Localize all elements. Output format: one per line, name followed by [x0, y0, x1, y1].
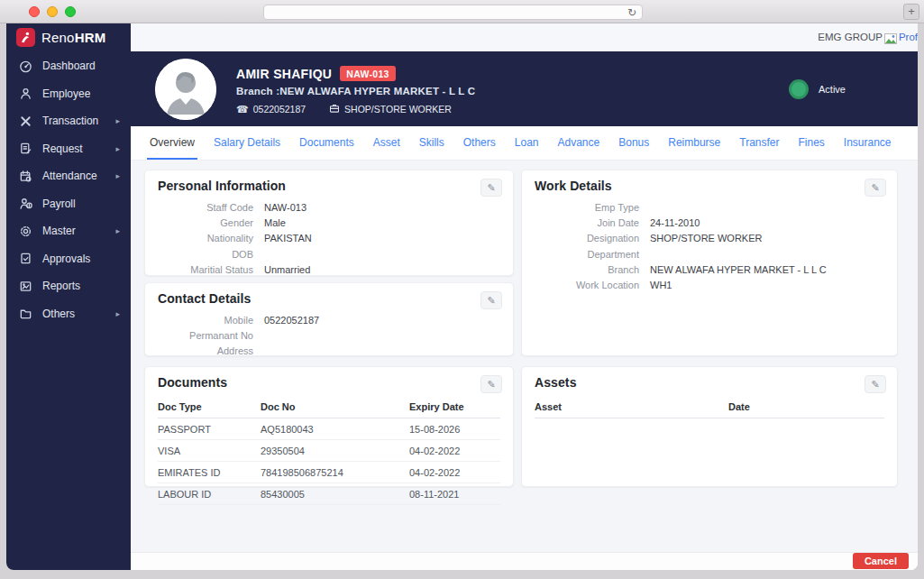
app-topbar: EMG GROUP Prof	[131, 23, 918, 51]
tab-reimburse[interactable]: Reimburse	[665, 126, 723, 160]
table-row: VISA2935050404-02-2022	[158, 440, 500, 462]
tab-asset[interactable]: Asset	[371, 126, 403, 160]
staff-code-badge: NAW-013	[340, 66, 395, 81]
reload-icon[interactable]: ↻	[627, 7, 636, 18]
tab-bar: Overview Salary Details Documents Asset …	[131, 126, 918, 161]
broken-image-icon	[884, 32, 897, 42]
window-minimize-button[interactable]	[47, 6, 58, 17]
card-title: Assets	[535, 375, 577, 390]
tab-documents[interactable]: Documents	[297, 126, 357, 160]
profile-link[interactable]: Prof	[899, 32, 918, 42]
employee-branch: Branch :NEW ALWAFA HYPER MARKET - L L C	[236, 86, 475, 96]
employee-header: AMIR SHAFIQU NAW-013 Branch :NEW ALWAFA …	[131, 51, 918, 126]
employee-icon	[18, 87, 32, 101]
tab-salary-details[interactable]: Salary Details	[211, 126, 283, 160]
company-name: EMG GROUP	[818, 32, 883, 42]
edit-icon[interactable]: ✎	[480, 179, 502, 197]
tab-others[interactable]: Others	[461, 126, 499, 160]
sidebar-item-attendance[interactable]: Attendance ▸	[6, 162, 131, 190]
chevron-right-icon: ▸	[115, 226, 120, 235]
browser-titlebar: ↻ +	[0, 0, 924, 23]
brand[interactable]: RenoHRM	[6, 23, 131, 51]
field-row: Address	[158, 344, 500, 359]
window-close-button[interactable]	[29, 6, 40, 17]
tab-bonus[interactable]: Bonus	[616, 126, 652, 160]
chevron-right-icon: ▸	[115, 309, 120, 318]
sidebar-item-dashboard[interactable]: Dashboard	[6, 52, 131, 80]
edit-icon[interactable]: ✎	[865, 179, 886, 197]
table-row: LABOUR ID8543000508-11-2021	[158, 483, 500, 505]
employee-designation: SHOP/STORE WORKER	[329, 103, 452, 115]
edit-icon[interactable]: ✎	[480, 291, 502, 309]
brand-name: RenoHRM	[41, 30, 105, 45]
app-window: RenoHRM Dashboard Employee Transaction ▸…	[6, 23, 918, 570]
sidebar-item-others[interactable]: Others ▸	[6, 300, 131, 328]
employee-name: AMIR SHAFIQU	[236, 67, 332, 81]
sidebar-item-employee[interactable]: Employee	[6, 80, 131, 108]
tab-loan[interactable]: Loan	[512, 126, 542, 160]
sidebar-item-request[interactable]: Request ▸	[6, 135, 131, 163]
field-row: Mobile0522052187	[158, 313, 500, 328]
chevron-right-icon: ▸	[115, 116, 120, 125]
card-title: Contact Details	[158, 291, 251, 306]
folder-icon	[18, 307, 32, 321]
documents-table: Doc Type Doc No Expiry Date PASSPORTAQ51…	[158, 399, 500, 505]
card-title: Personal Information	[158, 179, 286, 193]
avatar	[155, 59, 216, 120]
edit-icon[interactable]: ✎	[480, 375, 502, 393]
tab-skills[interactable]: Skills	[416, 126, 447, 160]
field-row: BranchNEW ALWAFA HYPER MARKET - L L C	[535, 262, 884, 278]
status-label: Active	[819, 84, 846, 95]
sidebar-item-approvals[interactable]: Approvals	[6, 245, 131, 273]
cancel-button[interactable]: Cancel	[853, 553, 909, 569]
chevron-right-icon: ▸	[115, 171, 120, 180]
phone-icon: ☎	[236, 105, 249, 115]
edit-icon[interactable]: ✎	[865, 375, 886, 393]
request-icon	[18, 142, 32, 156]
status-badge: Active	[789, 79, 846, 99]
assets-card: Assets ✎ Asset Date	[521, 366, 898, 487]
field-row: DOB	[158, 247, 500, 262]
tab-overview[interactable]: Overview	[147, 126, 197, 160]
work-details-card: Work Details ✎ Emp Type Join Date24-11-2…	[521, 170, 898, 356]
approvals-icon	[18, 252, 32, 266]
sidebar-item-reports[interactable]: Reports	[6, 272, 131, 300]
tab-transfer[interactable]: Transfer	[736, 126, 782, 160]
tab-insurance[interactable]: Insurance	[841, 126, 894, 160]
field-row: GenderMale	[158, 216, 500, 231]
sidebar-item-master[interactable]: Master ▸	[6, 217, 131, 245]
reports-icon	[18, 279, 32, 293]
content-area: Personal Information ✎ Staff CodeNAW-013…	[131, 161, 918, 570]
field-row: DesignationSHOP/STORE WORKER	[535, 231, 884, 246]
tab-advance[interactable]: Advance	[555, 126, 603, 160]
table-row: EMIRATES ID78419850687521404-02-2022	[158, 462, 500, 483]
employee-info: AMIR SHAFIQU NAW-013 Branch :NEW ALWAFA …	[236, 66, 475, 115]
sidebar-menu: Dashboard Employee Transaction ▸ Request…	[6, 51, 131, 327]
sidebar: RenoHRM Dashboard Employee Transaction ▸…	[6, 23, 131, 570]
status-active-dot-icon	[789, 79, 809, 99]
sidebar-item-transaction[interactable]: Transaction ▸	[6, 107, 131, 135]
documents-card: Documents ✎ Doc Type Doc No Expiry Date …	[144, 366, 514, 487]
attendance-icon	[18, 169, 32, 183]
field-row: Join Date24-11-2010	[535, 216, 884, 231]
employee-phone: ☎ 0522052187	[236, 104, 306, 115]
personal-information-card: Personal Information ✎ Staff CodeNAW-013…	[144, 170, 514, 276]
table-row: PASSPORTAQ518004315-08-2026	[158, 418, 500, 440]
transaction-icon	[18, 114, 32, 128]
tab-fines[interactable]: Fines	[796, 126, 828, 160]
field-row: NationalityPAKISTAN	[158, 231, 500, 246]
new-tab-button[interactable]: +	[903, 4, 919, 20]
sidebar-item-payroll[interactable]: Payroll	[6, 190, 131, 218]
chevron-right-icon: ▸	[115, 144, 120, 153]
window-zoom-button[interactable]	[65, 6, 76, 17]
field-row: Work LocationWH1	[535, 278, 884, 293]
brand-logo-icon	[16, 28, 35, 47]
field-row: Permanant No	[158, 328, 500, 344]
address-bar[interactable]: ↻	[263, 5, 643, 20]
card-title: Work Details	[535, 179, 612, 193]
field-row: Maritial StatusUnmarried	[158, 262, 500, 278]
card-title: Documents	[158, 375, 227, 390]
dashboard-icon	[18, 59, 32, 73]
field-row: Emp Type	[535, 200, 884, 216]
payroll-icon	[18, 197, 32, 211]
